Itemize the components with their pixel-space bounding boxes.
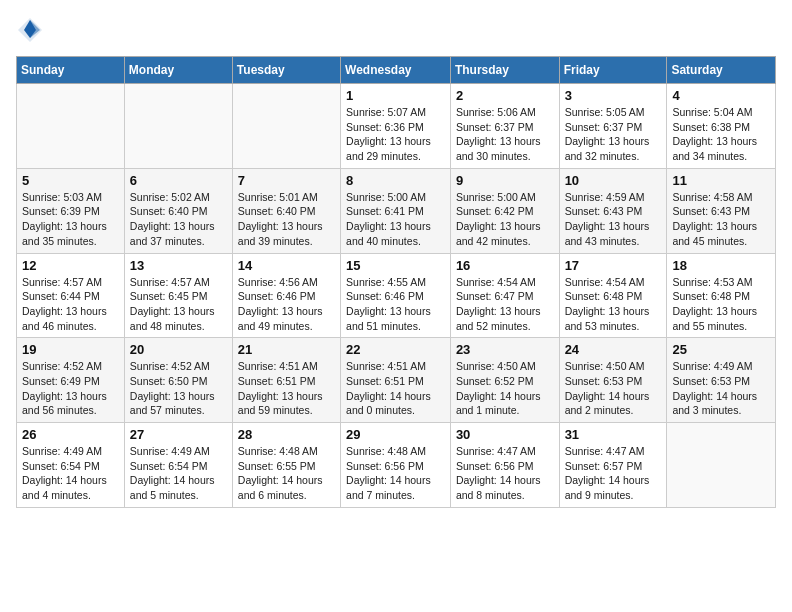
- day-info: Sunrise: 4:51 AM Sunset: 6:51 PM Dayligh…: [346, 359, 445, 418]
- day-number: 19: [22, 342, 119, 357]
- day-info: Sunrise: 4:48 AM Sunset: 6:56 PM Dayligh…: [346, 444, 445, 503]
- day-number: 23: [456, 342, 554, 357]
- calendar-cell: 3Sunrise: 5:05 AM Sunset: 6:37 PM Daylig…: [559, 84, 667, 169]
- day-number: 25: [672, 342, 770, 357]
- day-info: Sunrise: 4:49 AM Sunset: 6:54 PM Dayligh…: [130, 444, 227, 503]
- day-number: 21: [238, 342, 335, 357]
- calendar-table: SundayMondayTuesdayWednesdayThursdayFrid…: [16, 56, 776, 508]
- calendar-cell: [17, 84, 125, 169]
- day-info: Sunrise: 4:53 AM Sunset: 6:48 PM Dayligh…: [672, 275, 770, 334]
- day-info: Sunrise: 5:01 AM Sunset: 6:40 PM Dayligh…: [238, 190, 335, 249]
- calendar-cell: 20Sunrise: 4:52 AM Sunset: 6:50 PM Dayli…: [124, 338, 232, 423]
- header-tuesday: Tuesday: [232, 57, 340, 84]
- day-number: 12: [22, 258, 119, 273]
- day-number: 30: [456, 427, 554, 442]
- calendar-header-row: SundayMondayTuesdayWednesdayThursdayFrid…: [17, 57, 776, 84]
- day-info: Sunrise: 4:54 AM Sunset: 6:48 PM Dayligh…: [565, 275, 662, 334]
- day-number: 15: [346, 258, 445, 273]
- day-number: 10: [565, 173, 662, 188]
- day-number: 31: [565, 427, 662, 442]
- day-number: 24: [565, 342, 662, 357]
- header-monday: Monday: [124, 57, 232, 84]
- calendar-cell: [667, 423, 776, 508]
- day-number: 2: [456, 88, 554, 103]
- calendar-cell: 7Sunrise: 5:01 AM Sunset: 6:40 PM Daylig…: [232, 168, 340, 253]
- day-number: 28: [238, 427, 335, 442]
- calendar-cell: 15Sunrise: 4:55 AM Sunset: 6:46 PM Dayli…: [341, 253, 451, 338]
- calendar-cell: 5Sunrise: 5:03 AM Sunset: 6:39 PM Daylig…: [17, 168, 125, 253]
- calendar-cell: 24Sunrise: 4:50 AM Sunset: 6:53 PM Dayli…: [559, 338, 667, 423]
- header-thursday: Thursday: [450, 57, 559, 84]
- calendar-cell: 12Sunrise: 4:57 AM Sunset: 6:44 PM Dayli…: [17, 253, 125, 338]
- day-info: Sunrise: 5:02 AM Sunset: 6:40 PM Dayligh…: [130, 190, 227, 249]
- day-number: 20: [130, 342, 227, 357]
- calendar-cell: 13Sunrise: 4:57 AM Sunset: 6:45 PM Dayli…: [124, 253, 232, 338]
- day-number: 17: [565, 258, 662, 273]
- day-info: Sunrise: 5:03 AM Sunset: 6:39 PM Dayligh…: [22, 190, 119, 249]
- header-sunday: Sunday: [17, 57, 125, 84]
- day-info: Sunrise: 4:57 AM Sunset: 6:45 PM Dayligh…: [130, 275, 227, 334]
- day-number: 11: [672, 173, 770, 188]
- day-number: 4: [672, 88, 770, 103]
- calendar-cell: 29Sunrise: 4:48 AM Sunset: 6:56 PM Dayli…: [341, 423, 451, 508]
- calendar-cell: 18Sunrise: 4:53 AM Sunset: 6:48 PM Dayli…: [667, 253, 776, 338]
- calendar-cell: 10Sunrise: 4:59 AM Sunset: 6:43 PM Dayli…: [559, 168, 667, 253]
- calendar-cell: 26Sunrise: 4:49 AM Sunset: 6:54 PM Dayli…: [17, 423, 125, 508]
- day-info: Sunrise: 5:00 AM Sunset: 6:42 PM Dayligh…: [456, 190, 554, 249]
- day-number: 18: [672, 258, 770, 273]
- day-number: 13: [130, 258, 227, 273]
- day-info: Sunrise: 4:56 AM Sunset: 6:46 PM Dayligh…: [238, 275, 335, 334]
- calendar-cell: 17Sunrise: 4:54 AM Sunset: 6:48 PM Dayli…: [559, 253, 667, 338]
- calendar-cell: 30Sunrise: 4:47 AM Sunset: 6:56 PM Dayli…: [450, 423, 559, 508]
- page-header: [16, 16, 776, 44]
- calendar-cell: 9Sunrise: 5:00 AM Sunset: 6:42 PM Daylig…: [450, 168, 559, 253]
- calendar-cell: 14Sunrise: 4:56 AM Sunset: 6:46 PM Dayli…: [232, 253, 340, 338]
- logo-icon: [16, 16, 44, 44]
- header-wednesday: Wednesday: [341, 57, 451, 84]
- day-number: 8: [346, 173, 445, 188]
- day-info: Sunrise: 4:47 AM Sunset: 6:56 PM Dayligh…: [456, 444, 554, 503]
- calendar-cell: 8Sunrise: 5:00 AM Sunset: 6:41 PM Daylig…: [341, 168, 451, 253]
- header-friday: Friday: [559, 57, 667, 84]
- day-info: Sunrise: 4:55 AM Sunset: 6:46 PM Dayligh…: [346, 275, 445, 334]
- calendar-cell: [232, 84, 340, 169]
- calendar-week-row: 19Sunrise: 4:52 AM Sunset: 6:49 PM Dayli…: [17, 338, 776, 423]
- calendar-cell: 28Sunrise: 4:48 AM Sunset: 6:55 PM Dayli…: [232, 423, 340, 508]
- day-info: Sunrise: 4:48 AM Sunset: 6:55 PM Dayligh…: [238, 444, 335, 503]
- calendar-cell: 22Sunrise: 4:51 AM Sunset: 6:51 PM Dayli…: [341, 338, 451, 423]
- day-number: 22: [346, 342, 445, 357]
- day-info: Sunrise: 4:59 AM Sunset: 6:43 PM Dayligh…: [565, 190, 662, 249]
- calendar-cell: 25Sunrise: 4:49 AM Sunset: 6:53 PM Dayli…: [667, 338, 776, 423]
- logo: [16, 16, 48, 44]
- day-info: Sunrise: 4:50 AM Sunset: 6:53 PM Dayligh…: [565, 359, 662, 418]
- calendar-week-row: 1Sunrise: 5:07 AM Sunset: 6:36 PM Daylig…: [17, 84, 776, 169]
- header-saturday: Saturday: [667, 57, 776, 84]
- calendar-cell: 16Sunrise: 4:54 AM Sunset: 6:47 PM Dayli…: [450, 253, 559, 338]
- day-info: Sunrise: 4:58 AM Sunset: 6:43 PM Dayligh…: [672, 190, 770, 249]
- calendar-cell: 11Sunrise: 4:58 AM Sunset: 6:43 PM Dayli…: [667, 168, 776, 253]
- day-number: 1: [346, 88, 445, 103]
- calendar-cell: 6Sunrise: 5:02 AM Sunset: 6:40 PM Daylig…: [124, 168, 232, 253]
- day-info: Sunrise: 4:52 AM Sunset: 6:49 PM Dayligh…: [22, 359, 119, 418]
- calendar-week-row: 12Sunrise: 4:57 AM Sunset: 6:44 PM Dayli…: [17, 253, 776, 338]
- calendar-cell: 4Sunrise: 5:04 AM Sunset: 6:38 PM Daylig…: [667, 84, 776, 169]
- day-number: 3: [565, 88, 662, 103]
- calendar-cell: [124, 84, 232, 169]
- day-info: Sunrise: 5:04 AM Sunset: 6:38 PM Dayligh…: [672, 105, 770, 164]
- calendar-cell: 31Sunrise: 4:47 AM Sunset: 6:57 PM Dayli…: [559, 423, 667, 508]
- calendar-cell: 21Sunrise: 4:51 AM Sunset: 6:51 PM Dayli…: [232, 338, 340, 423]
- day-number: 14: [238, 258, 335, 273]
- calendar-cell: 2Sunrise: 5:06 AM Sunset: 6:37 PM Daylig…: [450, 84, 559, 169]
- calendar-cell: 27Sunrise: 4:49 AM Sunset: 6:54 PM Dayli…: [124, 423, 232, 508]
- day-info: Sunrise: 5:07 AM Sunset: 6:36 PM Dayligh…: [346, 105, 445, 164]
- day-number: 6: [130, 173, 227, 188]
- day-info: Sunrise: 4:52 AM Sunset: 6:50 PM Dayligh…: [130, 359, 227, 418]
- day-number: 16: [456, 258, 554, 273]
- calendar-week-row: 26Sunrise: 4:49 AM Sunset: 6:54 PM Dayli…: [17, 423, 776, 508]
- day-info: Sunrise: 4:50 AM Sunset: 6:52 PM Dayligh…: [456, 359, 554, 418]
- day-info: Sunrise: 4:49 AM Sunset: 6:53 PM Dayligh…: [672, 359, 770, 418]
- day-info: Sunrise: 4:57 AM Sunset: 6:44 PM Dayligh…: [22, 275, 119, 334]
- calendar-week-row: 5Sunrise: 5:03 AM Sunset: 6:39 PM Daylig…: [17, 168, 776, 253]
- day-info: Sunrise: 4:49 AM Sunset: 6:54 PM Dayligh…: [22, 444, 119, 503]
- day-info: Sunrise: 4:54 AM Sunset: 6:47 PM Dayligh…: [456, 275, 554, 334]
